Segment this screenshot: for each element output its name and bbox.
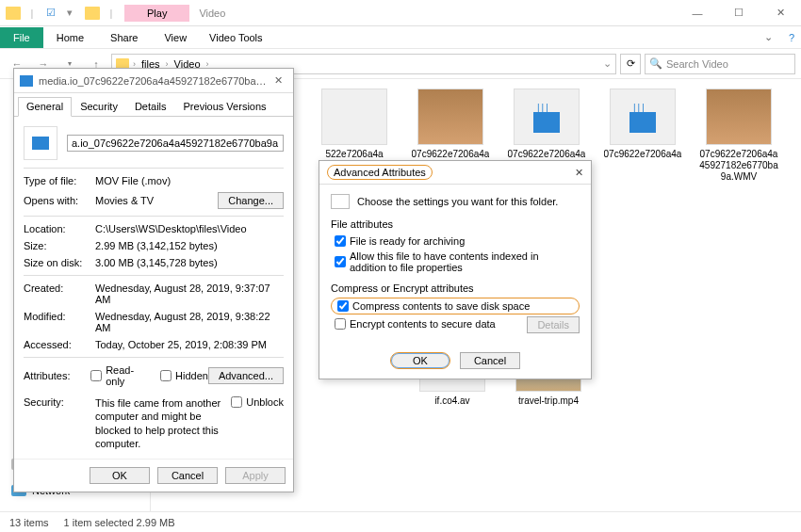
refresh-button[interactable]: ⟳: [620, 54, 641, 74]
file-label: 07c9622e7206a4a: [508, 149, 586, 160]
index-checkbox[interactable]: Allow this file to have contents indexed…: [331, 249, 580, 275]
contextual-tab-play: Play: [124, 5, 189, 22]
qat-separator: |: [104, 6, 119, 21]
cancel-button[interactable]: Cancel: [460, 352, 520, 369]
status-items-count: 13 items: [9, 517, 49, 528]
label-security: Security:: [24, 396, 95, 408]
compress-checkbox[interactable]: Compress contents to save disk space: [331, 298, 580, 314]
qat-dropdown-icon[interactable]: ▾: [62, 6, 77, 21]
label-attributes: Attributes:: [24, 370, 90, 381]
encrypt-checkbox[interactable]: Encrypt contents to secure data: [331, 316, 499, 331]
label-type: Type of file:: [24, 175, 95, 186]
search-input[interactable]: 🔍 Search Video: [645, 54, 795, 74]
expand-ribbon-icon[interactable]: ⌄: [755, 31, 782, 43]
label-modified: Modified:: [24, 311, 95, 333]
file-type-icon: [24, 126, 57, 160]
readonly-checkbox[interactable]: Read-only: [90, 364, 149, 387]
value-modified: Wednesday, August 28, 2019, 9:38:22 AM: [95, 311, 284, 333]
file-label: 522e7206a4a: [325, 149, 383, 160]
tab-general[interactable]: General: [18, 97, 72, 117]
dialog-titlebar[interactable]: media.io_07c9622e7206a4a45927182e6770ba9…: [14, 69, 293, 93]
statusbar: 13 items 1 item selected 2.99 MB: [0, 511, 801, 532]
dialog-titlebar[interactable]: Advanced Attributes ✕: [319, 161, 591, 185]
compress-encrypt-label: Compress or Encrypt attributes: [331, 282, 580, 294]
search-icon: 🔍: [649, 57, 662, 70]
hidden-checkbox[interactable]: Hidden: [160, 370, 208, 381]
ok-button[interactable]: OK: [390, 352, 450, 369]
file-label: 07c9622e7206a4a: [604, 149, 682, 160]
help-icon[interactable]: ?: [782, 32, 801, 43]
dialog-title: media.io_07c9622e7206a4a45927182e6770ba9…: [39, 75, 269, 87]
chevron-right-icon[interactable]: ›: [131, 59, 138, 69]
label-accessed: Accessed:: [24, 339, 95, 350]
label-created: Created:: [24, 282, 95, 305]
tab-share[interactable]: Share: [97, 27, 151, 48]
ok-button[interactable]: OK: [90, 467, 150, 484]
label-opens: Opens with:: [24, 195, 95, 206]
file-item[interactable]: 07c9622e7206a4a: [603, 89, 682, 183]
file-thumbnail: [706, 89, 772, 145]
dialog-tabs: General Security Details Previous Versio…: [14, 93, 293, 117]
minimize-button[interactable]: —: [677, 0, 718, 26]
file-label: if.co4.av: [434, 395, 469, 407]
hint-text: Choose the settings you want for this fo…: [357, 196, 558, 207]
label-location: Location:: [24, 223, 95, 234]
advanced-button[interactable]: Advanced...: [208, 367, 284, 384]
status-selection: 1 item selected 2.99 MB: [64, 517, 175, 528]
file-label: 07c9622e7206a4a: [412, 149, 490, 160]
folder-options-icon: [331, 194, 350, 209]
cancel-button[interactable]: Cancel: [157, 467, 218, 484]
file-item[interactable]: 07c9622e7206a4a45927182e6770ba9a.WMV: [699, 89, 778, 183]
file-thumbnail: [610, 89, 676, 145]
value-opens: Movies & TV: [95, 195, 218, 206]
change-button[interactable]: Change...: [218, 192, 284, 209]
properties-dialog: media.io_07c9622e7206a4a45927182e6770ba9…: [13, 68, 294, 492]
close-icon[interactable]: ✕: [269, 74, 287, 87]
dialog-title: Advanced Attributes: [327, 165, 433, 180]
window-title-video: Video: [189, 5, 235, 22]
tab-view[interactable]: View: [151, 27, 200, 48]
file-label: 07c9622e7206a4a45927182e6770ba9a.WMV: [699, 149, 778, 183]
value-size: 2.99 MB (3,142,152 bytes): [95, 240, 284, 251]
tab-home[interactable]: Home: [43, 27, 97, 48]
tab-previous-versions[interactable]: Previous Versions: [175, 97, 275, 116]
value-size-disk: 3.00 MB (3,145,728 bytes): [95, 257, 284, 268]
security-text: This file came from another computer and…: [95, 396, 225, 450]
chevron-right-icon[interactable]: ›: [204, 59, 211, 69]
chevron-right-icon[interactable]: ›: [164, 59, 171, 69]
file-label: travel-trip.mp4: [518, 395, 579, 407]
file-thumbnail: [321, 89, 387, 145]
folder-icon: [6, 7, 21, 20]
apply-button[interactable]: Apply: [225, 467, 286, 484]
search-placeholder: Search Video: [666, 58, 728, 70]
close-button[interactable]: ✕: [760, 0, 801, 26]
value-accessed: Today, October 25, 2019, 2:08:39 PM: [95, 339, 284, 350]
filename-input[interactable]: [67, 135, 284, 152]
label-size: Size:: [24, 240, 95, 251]
tab-details[interactable]: Details: [126, 97, 175, 116]
archive-checkbox[interactable]: File is ready for archiving: [331, 234, 580, 249]
file-icon: [20, 75, 33, 87]
breadcrumb-dropdown-icon[interactable]: ⌄: [603, 57, 612, 70]
value-type: MOV File (.mov): [95, 175, 284, 186]
value-location: C:\Users\WS\Desktop\files\Video: [95, 223, 284, 234]
tab-video-tools[interactable]: Video Tools: [200, 27, 271, 48]
ribbon: File Home Share View Video Tools ⌄ ?: [0, 26, 801, 49]
file-thumbnail: [514, 89, 580, 145]
unblock-checkbox[interactable]: Unblock: [231, 396, 284, 408]
advanced-attributes-dialog: Advanced Attributes ✕ Choose the setting…: [319, 160, 592, 379]
file-tab[interactable]: File: [0, 27, 43, 48]
file-attributes-label: File attributes: [331, 218, 580, 230]
file-thumbnail: [417, 89, 483, 145]
value-created: Wednesday, August 28, 2019, 9:37:07 AM: [95, 282, 284, 305]
details-button[interactable]: Details: [527, 316, 580, 333]
tab-security[interactable]: Security: [72, 97, 126, 116]
properties-qat-icon[interactable]: ☑: [43, 6, 58, 21]
close-icon[interactable]: ✕: [575, 167, 583, 179]
maximize-button[interactable]: ☐: [718, 0, 760, 26]
qat-separator: |: [25, 6, 40, 21]
label-size-disk: Size on disk:: [24, 257, 95, 268]
folder-icon2: [85, 7, 100, 20]
window-titlebar: | ☑ ▾ | Play Video — ☐ ✕: [0, 0, 801, 26]
